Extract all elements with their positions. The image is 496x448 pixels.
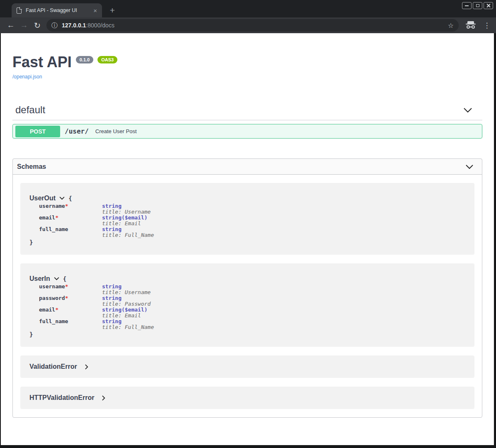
models-list: UserOut{username*stringtitle: Usernameem… xyxy=(13,175,482,417)
incognito-icon xyxy=(465,21,476,29)
property-row: password*stringtitle: Password xyxy=(39,295,466,307)
required-marker: * xyxy=(55,214,58,221)
property-name: email* xyxy=(39,307,102,319)
schemas-section: Schemas UserOut{username*stringtitle: Us… xyxy=(12,158,482,418)
property-name: full_name xyxy=(39,319,102,330)
reload-icon[interactable]: ↻ xyxy=(31,21,44,30)
chevron-right-icon[interactable] xyxy=(85,364,88,370)
chevron-down-icon[interactable] xyxy=(463,107,472,113)
model-title: ValidationError xyxy=(29,363,77,370)
property-row: username*stringtitle: Username xyxy=(39,203,466,215)
minimize-button[interactable] xyxy=(462,2,472,9)
url-host: 127.0.0.1 xyxy=(62,22,86,29)
property-row: full_namestringtitle: Full_Name xyxy=(39,226,466,238)
property-desc: stringtitle: Full_Name xyxy=(102,319,154,330)
browser-toolbar: ← → ↻ ⓘ 127.0.0.1:8000/docs ☆ ⋮ xyxy=(0,17,496,33)
model-properties: username*stringtitle: Usernamepassword*s… xyxy=(39,284,466,330)
tab-close-icon[interactable]: × xyxy=(92,7,99,15)
maximize-icon xyxy=(476,4,479,7)
operation-summary: Create User Post xyxy=(95,128,137,134)
close-button[interactable] xyxy=(484,2,493,9)
model-header[interactable]: ValidationError xyxy=(29,363,88,370)
model-header[interactable]: UserOut{ xyxy=(29,195,466,202)
chevron-right-icon[interactable] xyxy=(102,395,105,401)
property-name: username* xyxy=(39,284,102,295)
model-properties: username*stringtitle: Usernameemail*stri… xyxy=(39,203,466,238)
api-title-row: Fast API 0.1.0 OAS3 xyxy=(12,54,482,71)
tag-name: default xyxy=(15,104,45,116)
required-marker: * xyxy=(65,203,68,209)
close-brace: } xyxy=(29,331,466,338)
close-icon xyxy=(486,4,490,7)
property-row: username*stringtitle: Username xyxy=(39,284,466,295)
close-brace: } xyxy=(29,239,466,246)
version-badge: 0.1.0 xyxy=(76,56,93,63)
new-tab-button[interactable]: + xyxy=(107,5,118,16)
minimize-icon xyxy=(465,5,469,6)
opblock-post-user[interactable]: POST /user/ Create User Post xyxy=(12,124,482,139)
browser-window: Fast API - Swagger UI × + ← → ↻ ⓘ 127.0.… xyxy=(0,0,496,448)
site-info-icon[interactable]: ⓘ xyxy=(51,22,58,29)
property-desc: string($email)title: Email xyxy=(102,307,148,319)
open-brace: { xyxy=(68,195,72,202)
tab-title: Fast API - Swagger UI xyxy=(26,7,92,13)
window-controls xyxy=(462,2,493,9)
property-row: full_namestringtitle: Full_Name xyxy=(39,319,466,330)
schemas-heading: Schemas xyxy=(17,163,46,170)
chevron-down-icon[interactable] xyxy=(54,277,59,280)
model-validationerror: ValidationError xyxy=(20,355,474,378)
property-title: title: Full_Name xyxy=(102,232,154,238)
url-path: :8000/docs xyxy=(86,22,114,29)
property-title: title: Email xyxy=(102,221,148,226)
model-title: UserOut xyxy=(29,195,56,202)
model-header[interactable]: HTTPValidationError xyxy=(29,394,105,402)
model-userout: UserOut{username*stringtitle: Usernameem… xyxy=(20,183,474,255)
back-icon[interactable]: ← xyxy=(4,21,17,30)
page-favicon-icon xyxy=(17,7,22,14)
property-type: string xyxy=(102,319,154,324)
property-desc: stringtitle: Username xyxy=(102,284,151,295)
forward-icon[interactable]: → xyxy=(17,21,31,30)
property-row: email*string($email)title: Email xyxy=(39,215,466,226)
swagger-page: Fast API 0.1.0 OAS3 /openapi.json defaul… xyxy=(1,33,494,445)
required-marker: * xyxy=(55,307,58,313)
required-marker: * xyxy=(65,283,68,290)
property-desc: stringtitle: Full_Name xyxy=(102,226,154,238)
api-info: Fast API 0.1.0 OAS3 /openapi.json xyxy=(12,33,482,80)
address-bar[interactable]: ⓘ 127.0.0.1:8000/docs ☆ xyxy=(46,19,459,32)
url-text: 127.0.0.1:8000/docs xyxy=(62,22,114,29)
method-badge: POST xyxy=(15,126,60,137)
tag-section-default[interactable]: default xyxy=(12,104,482,120)
property-desc: stringtitle: Password xyxy=(102,295,151,307)
property-name: full_name xyxy=(39,226,102,238)
property-title: title: Email xyxy=(102,313,148,319)
chevron-down-icon[interactable] xyxy=(465,164,474,169)
chevron-down-icon[interactable] xyxy=(59,197,65,200)
property-type: string xyxy=(102,284,151,290)
open-brace: { xyxy=(63,275,66,282)
browser-tab[interactable]: Fast API - Swagger UI × xyxy=(12,3,102,17)
property-type: string xyxy=(102,203,151,209)
openapi-json-link[interactable]: /openapi.json xyxy=(12,74,42,80)
property-title: title: Username xyxy=(102,290,151,295)
property-name: email* xyxy=(39,215,102,226)
model-userin: UserIn{username*stringtitle: Usernamepas… xyxy=(20,263,474,347)
property-desc: stringtitle: Username xyxy=(102,203,151,215)
property-type: string($email) xyxy=(102,215,148,221)
property-type: string xyxy=(102,295,151,301)
model-title: UserIn xyxy=(29,275,50,282)
operation-path: /user/ xyxy=(65,127,89,135)
property-desc: string($email)title: Email xyxy=(102,215,148,226)
maximize-button[interactable] xyxy=(473,2,482,9)
model-header[interactable]: UserIn{ xyxy=(29,275,466,282)
property-type: string xyxy=(102,226,154,232)
browser-titlebar: Fast API - Swagger UI × + xyxy=(0,0,496,17)
property-row: email*string($email)title: Email xyxy=(39,307,466,319)
browser-menu-icon[interactable]: ⋮ xyxy=(482,21,492,30)
oas3-badge: OAS3 xyxy=(97,56,117,63)
bookmark-star-icon[interactable]: ☆ xyxy=(448,22,454,29)
model-httpvalidationerror: HTTPValidationError xyxy=(20,387,474,409)
page-title: Fast API xyxy=(12,54,72,71)
schemas-header[interactable]: Schemas xyxy=(13,159,482,175)
property-name: username* xyxy=(39,203,102,215)
